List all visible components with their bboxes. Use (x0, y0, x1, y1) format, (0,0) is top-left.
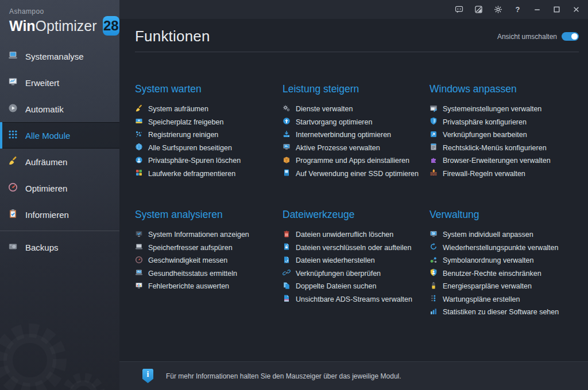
section-title: Leistung steigern (283, 83, 430, 95)
module-dateien-wiederherstellen[interactable]: Dateien wiederherstellen (283, 254, 430, 267)
shield-icon (430, 117, 438, 127)
sidebar-item-label: Backups (25, 243, 59, 252)
module-firewall-regeln-verwalten[interactable]: Firewall-Regeln verwalten (430, 167, 579, 181)
sidebar-item-systemanalyse[interactable]: Systemanalyse (0, 43, 119, 69)
view-toggle-switch[interactable] (562, 32, 579, 41)
sidebar-item-automatik[interactable]: Automatik (0, 96, 119, 122)
module-alle-surfspuren-beseitigen[interactable]: Alle Surfspuren beseitigen (135, 142, 283, 155)
module-startvorgang-optimieren[interactable]: Startvorgang optimieren (283, 116, 430, 129)
module-grid: System wartenSystem aufräumenSpeicherpla… (135, 83, 579, 319)
minimize-icon[interactable] (527, 0, 547, 19)
module-fehlerberichte-auswerten[interactable]: Fehlerberichte auswerten (135, 280, 283, 293)
module-privatsph-re-konfigurieren[interactable]: Privatsphäre konfigurieren (430, 116, 579, 129)
module-symbolanordnung-verwalten[interactable]: Symbolanordnung verwalten (430, 254, 579, 267)
section-dateiwerkzeuge: DateiwerkzeugeDateien unwiderruflich lös… (283, 209, 430, 319)
module-label: Speicherfresser aufspüren (148, 244, 233, 252)
module-label: Privatsphäre-Spuren löschen (148, 157, 241, 165)
sidebar-item-erweitert[interactable]: Erweitert (0, 69, 119, 96)
footer-hint-text: Für mehr Informationen halten Sie den Ma… (166, 372, 401, 380)
section-title: Dateiwerkzeuge (283, 209, 430, 221)
sidebar-item-label: Optimieren (25, 184, 67, 193)
module-privatsph-re-spuren-l-schen[interactable]: Privatsphäre-Spuren löschen (135, 154, 283, 167)
help-icon[interactable]: ? (508, 0, 527, 19)
sidebar-item-informieren[interactable]: Informieren (0, 201, 119, 228)
module-systemeinstellungen-verwalten[interactable]: Systemeinstellungen verwalten (430, 103, 579, 116)
module-laufwerke-defragmentieren[interactable]: Laufwerke defragmentieren (135, 167, 283, 181)
maximize-icon[interactable] (547, 0, 566, 19)
module-speicherplatz-freigeben[interactable]: Speicherplatz freigeben (135, 116, 283, 129)
brand-vendor: Ashampoo (9, 7, 119, 15)
module-label: Wartungspläne erstellen (443, 295, 520, 303)
module-system-individuell-anpassen[interactable]: System individuell anpassen (430, 228, 579, 241)
sidebar-item-backups[interactable]: Backups (0, 234, 119, 260)
privacy-icon (135, 156, 143, 166)
sidebar-item-label: Systemanalyse (25, 52, 84, 61)
laptop-icon (8, 50, 18, 62)
module-registrierung-reinigen[interactable]: Registrierung reinigen (135, 128, 283, 142)
broom-icon (8, 156, 18, 167)
module-statistiken-zu-dieser-software-sehen[interactable]: Statistiken zu dieser Software sehen (430, 306, 579, 319)
module-label: Laufwerke defragmentieren (148, 170, 235, 178)
trash-icon (283, 230, 291, 240)
module-dienste-verwalten[interactable]: Dienste verwalten (283, 103, 430, 116)
module-label: Programme und Apps deinstallieren (296, 157, 409, 165)
registry-icon (135, 130, 143, 140)
module-label: Rechtsklick-Menüs konfigurieren (443, 144, 547, 152)
module-label: Registrierung reinigen (148, 131, 218, 139)
module-geschwindigkeit-messen[interactable]: Geschwindigkeit messen (135, 254, 283, 267)
speedometer-icon (135, 256, 143, 266)
module-label: Firewall-Regeln verwalten (443, 170, 525, 178)
internet-icon (283, 130, 291, 140)
theme-icon[interactable] (469, 0, 488, 19)
module-label: Internetverbindung optimieren (296, 131, 391, 139)
battery-icon (430, 282, 438, 291)
version-badge: 28 (103, 16, 119, 36)
module-label: Geschwindigkeit messen (148, 256, 227, 264)
grid-dots-icon (8, 130, 18, 141)
section-windows-anpassen: Windows anpassenSystemeinstellungen verw… (430, 83, 579, 180)
user-rights-icon (430, 268, 438, 278)
module-benutzer-rechte-einschr-nken[interactable]: Benutzer-Rechte einschränken (430, 267, 579, 280)
module-verkn-pfungen-bearbeiten[interactable]: Verknüpfungen bearbeiten (430, 128, 579, 142)
module-dateien-unwiderruflich-l-schen[interactable]: Dateien unwiderruflich löschen (283, 228, 430, 241)
module-unsichtbare-ads-streams-verwalten[interactable]: Unsichtbare ADS-Streams verwalten (283, 293, 430, 306)
link-icon (283, 268, 291, 278)
sidebar-item-alle-module[interactable]: Alle Module (0, 122, 119, 149)
module-wiederherstellungspunkte-verwalten[interactable]: Wiederherstellungspunkte verwalten (430, 241, 579, 255)
section-title: Verwaltung (430, 209, 579, 221)
module-label: System Informationen anzeigen (148, 231, 249, 239)
module-system-aufr-umen[interactable]: System aufräumen (135, 103, 283, 116)
module-label: Dienste verwalten (296, 105, 353, 113)
main-panel: Funktionen Ansicht umschalten System war… (119, 19, 588, 361)
settings-icon[interactable] (488, 0, 508, 19)
ads-streams-icon (283, 294, 291, 304)
module-programme-und-apps-deinstallieren[interactable]: Programme und Apps deinstallieren (283, 154, 430, 167)
feedback-icon[interactable] (449, 0, 469, 19)
sidebar-item-optimieren[interactable]: Optimieren (0, 175, 119, 201)
firewall-icon (430, 169, 438, 178)
module-system-informationen-anzeigen[interactable]: System Informationen anzeigen (135, 228, 283, 241)
sidebar-item-label: Erweitert (25, 78, 59, 88)
close-icon[interactable] (566, 0, 586, 19)
module-speicherfresser-aufsp-ren[interactable]: Speicherfresser aufspüren (135, 241, 283, 255)
file-restore-icon (283, 256, 291, 266)
module-browser-erweiterungen-verwalten[interactable]: Browser-Erweiterungen verwalten (430, 154, 579, 167)
module-label: Startvorgang optimieren (296, 118, 372, 126)
section-title: Windows anpassen (430, 83, 579, 95)
module-label: Energiesparpläne verwalten (443, 282, 532, 290)
module-internetverbindung-optimieren[interactable]: Internetverbindung optimieren (283, 128, 430, 142)
monitor-chart-icon (8, 77, 18, 88)
module-wartungspl-ne-erstellen[interactable]: Wartungspläne erstellen (430, 293, 579, 306)
module-aktive-prozesse-verwalten[interactable]: Aktive Prozesse verwalten (283, 142, 430, 155)
gauge-icon (8, 182, 18, 194)
module-verkn-pfungen-berpr-fen[interactable]: Verknüpfungen überprüfen (283, 267, 430, 280)
module-rechtsklick-men-s-konfigurieren[interactable]: Rechtsklick-Menüs konfigurieren (430, 142, 579, 155)
section-verwaltung: VerwaltungSystem individuell anpassenWie… (430, 209, 579, 319)
module-label: Symbolanordnung verwalten (443, 256, 533, 264)
sidebar-item-aufr-umen[interactable]: Aufräumen (0, 149, 119, 175)
module-doppelte-dateien-suchen[interactable]: Doppelte Dateien suchen (283, 280, 430, 293)
module-dateien-verschl-sseln-oder-aufteilen[interactable]: Dateien verschlüsseln oder aufteilen (283, 241, 430, 255)
module-auf-verwendung-einer-ssd-optimieren[interactable]: Auf Verwendung einer SSD optimieren (283, 167, 430, 181)
module-gesundheitsstatus-ermitteln[interactable]: Gesundheitsstatus ermitteln (135, 267, 283, 280)
module-energiesparpl-ne-verwalten[interactable]: Energiesparpläne verwalten (430, 280, 579, 293)
